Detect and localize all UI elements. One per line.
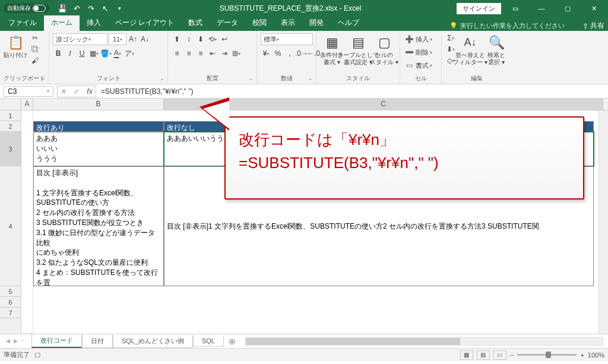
launcher-icon[interactable]: ⌐	[309, 76, 312, 82]
zoom-slider[interactable]	[517, 354, 577, 356]
wrap-text-icon[interactable]: ↩	[219, 34, 230, 45]
maximize-button[interactable]: ▢	[556, 0, 580, 17]
zoom-out-icon[interactable]: −	[510, 352, 514, 359]
format-as-table-button[interactable]: ▤テーブルとして 書式設定 ▾	[346, 33, 370, 66]
tab-view[interactable]: 表示	[274, 15, 302, 31]
col-head-c[interactable]: C	[164, 99, 603, 110]
view-pagebreak-icon[interactable]: ▭	[493, 350, 506, 360]
tab-data[interactable]: データ	[210, 15, 245, 31]
align-left-icon[interactable]: ≡	[172, 48, 182, 59]
border-button[interactable]: ▦	[88, 48, 99, 59]
zoom-in-icon[interactable]: +	[580, 352, 584, 359]
orientation-icon[interactable]: ⟲	[207, 34, 218, 45]
number-format-select[interactable]: 標準	[261, 33, 313, 45]
delete-cells-button[interactable]: ➖削除▾	[404, 46, 432, 59]
column-headers[interactable]: A B C	[21, 99, 608, 110]
add-sheet-button[interactable]: ⊕	[224, 337, 240, 346]
share-button[interactable]: ⇪ 共有	[582, 21, 604, 31]
decrease-font-icon[interactable]: A↓	[140, 34, 150, 45]
col-head-b[interactable]: B	[33, 99, 164, 110]
autosum-icon[interactable]: Σ	[445, 33, 456, 43]
align-right-icon[interactable]: ≡	[195, 48, 206, 59]
merge-icon[interactable]: ⊞	[231, 48, 242, 59]
launcher-icon[interactable]: ⌐	[161, 76, 164, 82]
row-head[interactable]: 4	[0, 166, 21, 286]
font-color-button[interactable]: A	[112, 48, 123, 59]
tab-file[interactable]: ファイル	[1, 15, 44, 31]
qat-more-icon[interactable]: ▾	[115, 4, 124, 13]
close-button[interactable]: ✕	[582, 0, 606, 17]
cell-b3[interactable]: あああ いいい ううう	[33, 132, 164, 166]
sheet-tab[interactable]: 日付	[82, 335, 113, 348]
tab-help[interactable]: ヘルプ	[331, 15, 366, 31]
vertical-scrollbar[interactable]	[598, 110, 608, 334]
autosave-toggle[interactable]: 自動保存	[4, 4, 49, 13]
paste-button[interactable]: 📋 貼り付け	[4, 33, 27, 59]
cursor-icon[interactable]: ↖	[100, 4, 110, 13]
tab-layout[interactable]: ページ レイアウト	[108, 15, 181, 31]
phonetic-icon[interactable]: ア	[124, 48, 135, 59]
format-painter-icon[interactable]: 🖌	[30, 55, 40, 66]
copy-icon[interactable]: ⿻	[30, 44, 40, 55]
font-size-select[interactable]: 11	[109, 33, 126, 45]
name-box[interactable]: C3	[4, 86, 53, 97]
align-center-icon[interactable]: ≡	[183, 48, 194, 59]
font-name-select[interactable]: 游ゴシック	[53, 33, 107, 45]
comma-icon[interactable]: ,	[284, 48, 295, 59]
formula-input[interactable]: =SUBSTITUTE(B3,"¥r¥n"," ")	[96, 87, 608, 96]
redo-icon[interactable]: ↷	[86, 4, 96, 13]
indent-dec-icon[interactable]: ⇤	[207, 48, 218, 59]
row-head[interactable]: 2	[0, 121, 21, 132]
cut-icon[interactable]: ✂	[30, 33, 40, 43]
signin-button[interactable]: サインイン	[457, 3, 501, 14]
tab-formulas[interactable]: 数式	[181, 15, 210, 31]
indent-inc-icon[interactable]: ⇥	[219, 48, 230, 59]
ribbon-options-icon[interactable]: ▭	[504, 0, 527, 17]
row-head[interactable]: 1	[0, 110, 21, 121]
insert-cells-button[interactable]: ➕挿入▾	[404, 33, 432, 46]
sheet-tab[interactable]: 改行コード	[31, 334, 82, 348]
tab-review[interactable]: 校閲	[245, 15, 274, 31]
percent-icon[interactable]: %	[273, 48, 283, 59]
launcher-icon[interactable]: ⌐	[42, 76, 45, 82]
tab-nav-more-icon[interactable]: ⋯	[20, 337, 27, 345]
row-head[interactable]: 7	[0, 308, 21, 318]
col-head-a[interactable]: A	[21, 99, 33, 110]
fx-icon[interactable]: fx	[84, 87, 96, 96]
underline-button[interactable]: U	[77, 48, 87, 59]
undo-icon[interactable]: ↶	[72, 4, 81, 13]
sheet-tab[interactable]: SQL	[193, 335, 224, 347]
tab-insert[interactable]: 挿入	[80, 15, 108, 31]
tab-dev[interactable]: 開発	[302, 15, 331, 31]
tab-home[interactable]: ホーム	[44, 15, 80, 31]
select-all-corner[interactable]	[0, 99, 21, 110]
row-head[interactable]: 5	[0, 286, 21, 297]
view-normal-icon[interactable]: ▦	[460, 350, 473, 360]
align-middle-icon[interactable]: ↕	[183, 34, 194, 45]
macro-record-icon[interactable]: ▢	[34, 351, 40, 359]
cell-b4[interactable]: 目次 [非表示] 1 文字列を置換するExcel関数、 SUBSTITUTEの使…	[33, 166, 164, 286]
horizontal-scrollbar[interactable]	[245, 337, 603, 346]
col-a-blank[interactable]	[21, 110, 33, 334]
row-head[interactable]: 6	[0, 297, 21, 308]
currency-icon[interactable]: ¥	[261, 48, 271, 59]
cell-styles-button[interactable]: ▢セルの スタイル ▾	[372, 33, 396, 66]
row-head[interactable]: 3	[0, 132, 21, 166]
increase-font-icon[interactable]: A↑	[128, 34, 138, 45]
cell-b2[interactable]: 改行あり	[33, 121, 164, 132]
bold-button[interactable]: B	[53, 48, 64, 59]
inc-decimal-icon[interactable]: .0→	[296, 48, 307, 59]
align-bottom-icon[interactable]: ⬇	[195, 34, 206, 45]
find-select-button[interactable]: 🔍検索と 選択 ▾	[484, 33, 508, 66]
cancel-formula-icon[interactable]: ✕	[58, 87, 69, 96]
sort-filter-button[interactable]: A↓並べ替えと フィルター ▾	[458, 33, 482, 66]
tab-nav-next-icon[interactable]: ►	[12, 337, 19, 345]
format-cells-button[interactable]: ▭書式▾	[404, 59, 432, 72]
view-layout-icon[interactable]: ▤	[477, 350, 490, 360]
tell-me-search[interactable]: 💡 実行したい作業を入力してください	[449, 21, 565, 30]
tab-nav-prev-icon[interactable]: ◄	[5, 337, 11, 345]
italic-button[interactable]: I	[65, 48, 75, 59]
sheet-tab[interactable]: SQL_めんどくさい例	[113, 335, 193, 348]
row-headers[interactable]: 1 2 3 4 5 6 7	[0, 110, 21, 334]
fill-color-button[interactable]: 🪣	[100, 48, 111, 59]
